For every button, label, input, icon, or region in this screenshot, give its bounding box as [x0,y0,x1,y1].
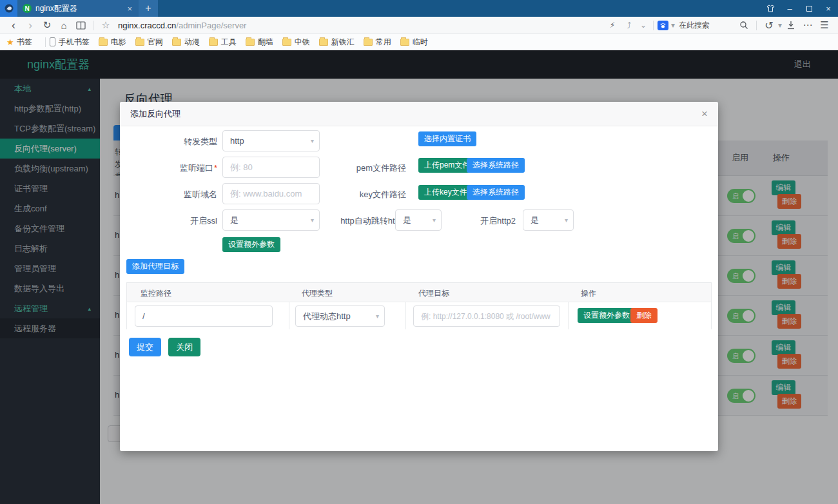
back-icon[interactable]: ‹ [5,19,22,32]
proxy-table-header: 监控路径 代理类型 代理目标 操作 [127,283,711,302]
bookmark-folder-xintiehui[interactable]: 新铁汇 [319,37,355,48]
bookmark-star-icon[interactable]: ☆ [97,19,114,31]
row-delete-button[interactable]: 删除 [630,308,658,323]
choose-system-path-pem-button[interactable]: 选择系统路径 [467,158,525,173]
tab-favicon-icon: N [23,4,32,13]
forward-icon[interactable]: › [22,19,39,32]
set-extra-params-button[interactable]: 设置额外参数 [222,237,280,252]
minimize-button[interactable]: – [780,0,799,17]
bookmark-label: 工具 [221,37,237,48]
flash-icon[interactable]: ⚡ [604,21,621,30]
add-proxy-target-button[interactable]: 添加代理目标 [126,259,184,274]
browser-logo-icon[interactable] [0,0,17,17]
folder-icon [319,39,328,46]
bookmark-label: 官网 [148,37,163,48]
select-value: 是 [230,215,239,226]
listen-domain-input[interactable] [222,183,320,204]
bookmark-folder-temp[interactable]: 临时 [400,37,428,48]
proxy-type-select[interactable]: 代理动态http▾ [295,305,385,327]
caret-down-icon: ▾ [376,313,379,320]
bookmark-folder-zhongtie[interactable]: 中铁 [282,37,310,48]
address-bar[interactable]: nginx.craccd.cn/adminPage/server [118,21,604,30]
close-window-button[interactable]: × [819,0,838,17]
screen: N nginx配置器 × + – × ‹ › ↻ ⌂ ☆ nginx.cracc… [0,0,838,504]
row-set-extra-params-button[interactable]: 设置额外参数 [578,308,636,323]
undo-caret-icon[interactable]: ▾ [777,21,783,30]
monitor-path-input[interactable] [135,305,273,327]
bookmark-label: 翻墙 [258,37,273,48]
browser-titlebar: N nginx配置器 × + – × [0,0,838,17]
baidu-paw-icon[interactable] [658,21,668,30]
enable-ssl-select[interactable]: 是▾ [222,209,320,231]
reading-list-icon[interactable] [72,21,89,30]
bookmark-label: 中铁 [295,37,310,48]
download-icon[interactable] [783,21,799,30]
folder-icon [364,39,373,46]
home-icon[interactable]: ⌂ [55,20,72,31]
column-header-proxy-type: 代理类型 [302,288,333,299]
window-controls: – × [761,0,838,17]
undo-icon[interactable]: ↺ [761,19,777,32]
column-divider [568,302,569,329]
close-button[interactable]: 关闭 [168,338,200,356]
http-redirect-select[interactable]: 是▾ [395,209,442,231]
new-tab-button[interactable]: + [139,0,158,17]
tab-title: nginx配置器 [35,3,126,14]
browser-toolbar: ‹ › ↻ ⌂ ☆ nginx.craccd.cn/adminPage/serv… [0,17,838,34]
toolbar-divider [93,21,93,30]
proxy-target-table: 监控路径 代理类型 代理目标 操作 代理动态http▾ 设置额外参数 删除 [126,282,712,329]
menu-icon[interactable]: ☰ [816,19,833,31]
toolbar-divider [653,21,654,30]
tab-close-icon[interactable]: × [126,4,133,14]
bookmarks-divider [45,37,46,47]
phone-icon [50,37,55,46]
paw-caret-icon[interactable]: ▾ [670,21,676,30]
modal-close-icon[interactable]: × [701,108,708,119]
bookmark-phone[interactable]: 手机书签 [50,37,90,48]
modal-title: 添加反向代理 [130,108,180,120]
enable-http2-select[interactable]: 是▾ [523,209,574,231]
listen-port-label: 监听端口* [120,162,217,174]
theme-shirt-icon[interactable] [761,0,780,17]
more-dots-icon[interactable]: ⋯ [799,19,816,31]
browser-tab[interactable]: N nginx配置器 × [17,0,139,17]
listen-domain-label: 监听域名 [120,189,217,200]
toolbar-divider [756,21,757,30]
proxy-target-input[interactable] [413,305,560,327]
select-value: 代理动态http [303,311,351,322]
bookmark-folder-tools[interactable]: 工具 [209,37,237,48]
bookmark-label: 手机书签 [59,37,90,48]
bookmark-folder-vpn[interactable]: 翻墙 [246,37,273,48]
caret-down-icon: ▾ [433,217,436,224]
upload-key-button[interactable]: 上传key文件 [418,185,473,200]
refresh-icon[interactable]: ↻ [39,19,55,31]
folder-icon [246,39,255,46]
restore-button[interactable] [799,0,819,17]
select-value: 是 [403,215,411,226]
submit-button[interactable]: 提交 [129,338,161,356]
share-icon[interactable]: ⤴ [621,21,638,30]
bookmark-manager[interactable]: ★ 书签 [6,37,32,48]
bookmark-folder-anime[interactable]: 动漫 [172,37,200,48]
search-icon[interactable] [736,21,752,30]
pem-path-label: pem文件路径 [309,162,406,174]
bookmark-folder-movies[interactable]: 电影 [99,37,126,48]
caret-down-icon: ▾ [311,137,314,144]
bookmark-folder-common[interactable]: 常用 [364,37,391,48]
select-value: http [230,136,244,146]
listen-port-input[interactable] [222,157,320,178]
column-header-proxy-target: 代理目标 [418,288,449,299]
toolbar-right-tools: ⚡ ⤴ ⌄ ▾ 在此搜索 ↺ ▾ ⋯ ☰ [604,19,833,32]
add-reverse-proxy-modal: 添加反向代理 × 转发类型 http▾ 选择内置证书 监听端口* pem文件路径… [120,102,718,451]
search-here-label[interactable]: 在此搜索 [679,20,710,31]
choose-builtin-cert-button[interactable]: 选择内置证书 [418,131,476,146]
bookmark-label: 临时 [413,37,428,48]
forward-type-select[interactable]: http▾ [222,130,320,151]
bookmarks-bar: ★ 书签 手机书签 电影 官网 动漫 工具 翻墙 中铁 新铁汇 常用 临时 [0,34,838,50]
enable-ssl-label: 开启ssl [120,215,217,227]
choose-system-path-key-button[interactable]: 选择系统路径 [467,185,525,200]
chevron-down-icon[interactable]: ⌄ [638,21,649,30]
bookmark-folder-official[interactable]: 官网 [135,37,163,48]
forward-type-label: 转发类型 [120,136,217,148]
caret-down-icon: ▾ [565,217,568,224]
